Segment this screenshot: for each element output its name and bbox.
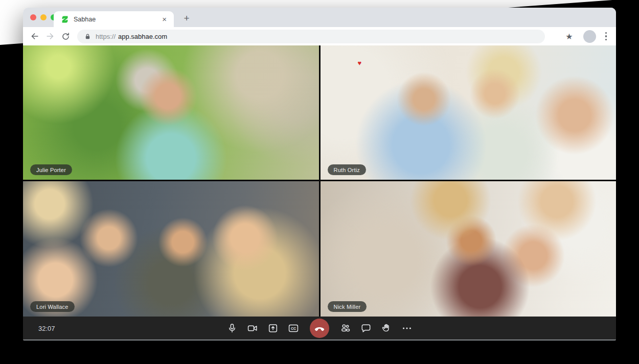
call-controls: CC: [226, 319, 413, 338]
call-timer: 32:07: [38, 324, 55, 332]
forward-icon: [43, 30, 57, 43]
camera-button[interactable]: [246, 322, 259, 334]
address-bar-actions: ★: [562, 30, 610, 43]
url-host: app.sabhae.com: [118, 33, 167, 40]
new-tab-button[interactable]: +: [180, 12, 193, 25]
lock-icon: [84, 33, 91, 40]
video-tile-lori-wallace[interactable]: Lori Wallace: [23, 181, 319, 317]
call-toolbar: 32:07: [23, 317, 616, 341]
svg-text:CC: CC: [291, 326, 296, 330]
microphone-icon: [226, 323, 238, 334]
more-icon: [401, 323, 413, 334]
url-address-field[interactable]: https:// app.sabhae.com: [77, 30, 545, 43]
window-close-button[interactable]: [30, 14, 36, 20]
captions-icon: CC: [288, 323, 299, 334]
participant-name-badge: Ruth Ortiz: [328, 164, 367, 175]
window-minimize-button[interactable]: [40, 14, 47, 20]
video-tile-julie-porter[interactable]: Julie Porter: [23, 45, 319, 180]
profile-avatar[interactable]: [583, 30, 596, 43]
browser-tab-bar: Sabhae × +: [23, 8, 616, 27]
video-tile-ruth-ortiz[interactable]: ♥ Ruth Ortiz: [321, 45, 617, 180]
end-call-button[interactable]: [310, 319, 329, 338]
chat-icon: [360, 323, 372, 334]
window-controls: [30, 14, 57, 20]
bookmark-star-icon[interactable]: ★: [562, 32, 576, 41]
participant-name-badge: Nick Miller: [328, 301, 367, 312]
video-grid: Julie Porter ♥ Ruth Ortiz Lori Wallace N…: [23, 45, 616, 317]
more-options-button[interactable]: [401, 322, 413, 334]
participant-name-badge: Julie Porter: [30, 164, 72, 175]
participant-name-badge: Lori Wallace: [30, 301, 75, 312]
browser-address-row: https:// app.sabhae.com ★: [23, 27, 616, 45]
reload-icon[interactable]: [59, 30, 72, 43]
raise-hand-button[interactable]: [380, 322, 393, 334]
microphone-button[interactable]: [226, 322, 238, 334]
end-call-icon: [313, 322, 326, 334]
participants-button[interactable]: [339, 322, 352, 334]
chat-button[interactable]: [360, 322, 372, 334]
url-protocol: https://: [96, 33, 116, 40]
tab-close-icon[interactable]: ×: [160, 14, 169, 24]
share-screen-icon: [267, 323, 279, 334]
captions-button[interactable]: CC: [287, 322, 300, 334]
browser-tab[interactable]: Sabhae ×: [54, 11, 174, 27]
heart-decoration: ♥: [357, 60, 361, 66]
back-icon[interactable]: [28, 30, 41, 43]
tab-title: Sabhae: [74, 16, 160, 23]
participants-icon: [340, 323, 351, 334]
raise-hand-icon: [381, 323, 392, 334]
share-screen-button[interactable]: [267, 322, 279, 334]
sabhae-logo-icon: [61, 15, 69, 23]
browser-window: Sabhae × + https:// app.sabhae.com ★: [23, 8, 616, 341]
browser-menu-icon[interactable]: [602, 30, 610, 43]
video-tile-nick-miller[interactable]: Nick Miller: [321, 181, 617, 317]
camera-icon: [247, 323, 258, 334]
